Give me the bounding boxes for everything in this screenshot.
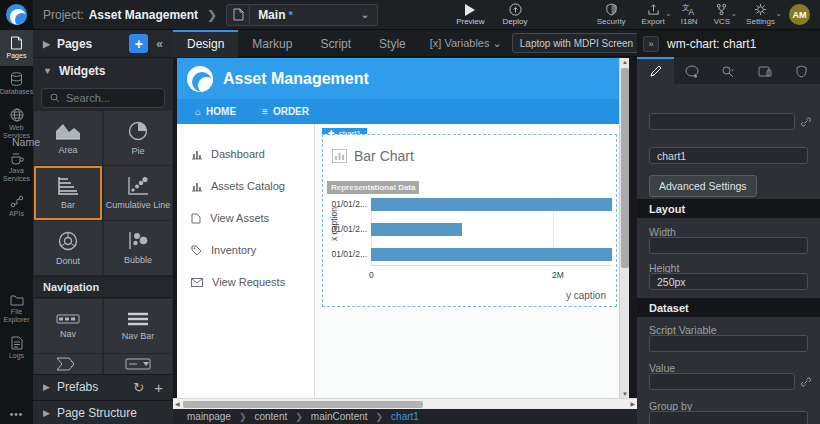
scrollbar-thumb[interactable]	[621, 68, 629, 268]
widget-search-input[interactable]: Search...	[41, 88, 165, 108]
widget-donut[interactable]: Donut	[34, 221, 102, 275]
widget-bubble[interactable]: Bubble	[104, 221, 172, 275]
rail-item-java-services[interactable]: Java Services	[0, 146, 33, 189]
breadcrumb-item-maincontent[interactable]: mainContent	[311, 411, 368, 422]
nav-item-home[interactable]: ⌂ HOME	[195, 106, 236, 117]
widget-nav-bar[interactable]: Nav Bar	[104, 299, 172, 353]
breadcrumb-item-content[interactable]: content	[254, 411, 287, 422]
refresh-icon[interactable]: ↻	[133, 380, 144, 395]
scroll-down-arrow[interactable]: ▼	[620, 391, 629, 397]
rail-item-pages[interactable]: Pages	[0, 30, 33, 66]
chart-bar[interactable]	[371, 223, 462, 236]
app-preview-screen: Asset Management ⌂ HOME ≡ ORDER Dashboar…	[177, 58, 629, 398]
bind-link-icon[interactable]	[800, 376, 812, 388]
chart-bar[interactable]	[371, 198, 612, 211]
name-input[interactable]	[649, 147, 808, 164]
widget-bar[interactable]: Bar	[34, 166, 102, 220]
vcs-button[interactable]: ⌄ VCS	[714, 3, 730, 26]
rail-label: File Explorer	[0, 308, 33, 324]
device-icon	[758, 66, 772, 77]
scroll-right-arrow[interactable]: ▶	[630, 400, 635, 407]
breadcrumb-icon	[55, 357, 81, 371]
widget-cumulative-line[interactable]: Cumulative Line	[104, 166, 172, 220]
add-prefab-icon[interactable]: +	[154, 379, 163, 396]
variables-button[interactable]: [x] Variables ⌄	[430, 37, 502, 50]
rail-item-logs[interactable]: Logs	[0, 330, 33, 366]
bar-chart-widget[interactable]: Bar Chart Representational Data x captio…	[322, 134, 617, 307]
page-structure-section[interactable]: ▶ Page Structure	[33, 400, 173, 424]
tab-security[interactable]	[783, 57, 820, 84]
nav-item-order[interactable]: ≡ ORDER	[262, 106, 309, 117]
value-input[interactable]	[649, 373, 795, 390]
bind-link-icon[interactable]	[800, 116, 812, 128]
tab-styles[interactable]	[674, 57, 711, 84]
globe-icon	[10, 108, 24, 122]
widget-nav[interactable]: Nav	[34, 299, 102, 353]
tab-events[interactable]	[710, 57, 747, 84]
widgets-panel-header[interactable]: ▼ Widgets	[33, 58, 173, 84]
width-input[interactable]	[649, 237, 808, 254]
element-breadcrumb: mainpage ❯ content ❯ mainContent ❯ chart…	[173, 409, 637, 424]
page-selector[interactable]: Main * ⌄	[250, 4, 378, 26]
collapse-panel-icon[interactable]: «	[156, 37, 163, 51]
nav-icon	[56, 314, 80, 324]
preview-button[interactable]: Preview	[456, 4, 484, 26]
menu-icon: ≡	[262, 106, 268, 117]
variables-icon: [x]	[430, 37, 442, 49]
prefabs-section[interactable]: ▶ Prefabs ↻ +	[33, 374, 173, 399]
canvas-horizontal-scrollbar[interactable]: ◀ ▶	[173, 398, 637, 409]
advanced-settings-button[interactable]: Advanced Settings	[649, 175, 757, 197]
widget-pie[interactable]: Pie	[104, 111, 172, 165]
menu-item-inventory[interactable]: Inventory	[191, 244, 256, 256]
i18n-button[interactable]: 文A I18N	[681, 3, 698, 26]
tab-properties[interactable]	[637, 57, 674, 84]
user-avatar[interactable]: AM	[789, 4, 810, 25]
deploy-button[interactable]: Deploy	[503, 3, 528, 26]
bar-chart-icon	[57, 176, 79, 195]
rail-item-apis[interactable]: APIs	[0, 189, 33, 224]
height-input[interactable]	[649, 273, 808, 290]
add-page-button[interactable]: +	[129, 34, 148, 53]
tab-device[interactable]	[747, 57, 784, 84]
menu-item-view-assets[interactable]: View Assets	[191, 212, 269, 224]
rail-item-databases[interactable]: Databases	[0, 66, 33, 102]
widget-breadcrumb[interactable]	[34, 354, 102, 374]
security-button[interactable]: Security	[597, 3, 626, 26]
app-sidebar: Dashboard Assets Catalog View Assets Inv…	[177, 124, 315, 398]
menu-item-view-requests[interactable]: View Requests	[191, 276, 285, 288]
menu-item-assets-catalog[interactable]: Assets Catalog	[191, 180, 285, 192]
export-button[interactable]: ⌄ Export	[642, 3, 665, 26]
layout-section-header: Layout	[637, 199, 820, 218]
pages-panel-header[interactable]: ▶ Pages + «	[33, 30, 173, 58]
bubble-chart-icon	[128, 231, 148, 250]
settings-button[interactable]: ⌄ Settings	[746, 3, 775, 26]
group-by-input[interactable]	[649, 411, 808, 424]
widget-area[interactable]: Area	[34, 111, 102, 165]
scrollbar-thumb[interactable]	[183, 401, 423, 408]
expand-panel-icon[interactable]: »	[643, 36, 659, 52]
app-header: Asset Management	[177, 58, 629, 99]
rail-overflow-button[interactable]: •••	[0, 405, 33, 424]
inspector-header: » wm-chart: chart1	[637, 30, 820, 57]
scroll-left-arrow[interactable]: ◀	[175, 400, 180, 407]
breadcrumb-item-mainpage[interactable]: mainpage	[187, 411, 231, 422]
menu-item-dashboard[interactable]: Dashboard	[191, 148, 265, 160]
tab-markup[interactable]: Markup	[238, 30, 306, 57]
category-label: 01/01/2...	[327, 224, 367, 234]
tab-script[interactable]: Script	[306, 30, 365, 57]
bound-property-field[interactable]	[649, 113, 795, 130]
canvas-vertical-scrollbar[interactable]: ▲ ▼	[619, 58, 629, 398]
device-selector[interactable]: Laptop with MDPI Screen ▼	[512, 33, 655, 53]
donut-chart-icon	[58, 231, 78, 251]
script-variable-input[interactable]	[649, 335, 808, 352]
page-file-icon[interactable]	[226, 4, 250, 26]
breadcrumb-item-chart1[interactable]: chart1	[391, 411, 419, 422]
rail-item-file-explorer[interactable]: File Explorer	[0, 288, 33, 330]
scroll-up-arrow[interactable]: ▲	[620, 59, 629, 65]
tab-style[interactable]: Style	[365, 30, 420, 57]
variables-label: Variables	[444, 37, 489, 49]
studio-logo[interactable]	[0, 0, 33, 30]
widget-dropdown[interactable]	[104, 354, 172, 374]
tab-design[interactable]: Design	[173, 30, 238, 57]
chart-bar[interactable]	[371, 248, 612, 261]
